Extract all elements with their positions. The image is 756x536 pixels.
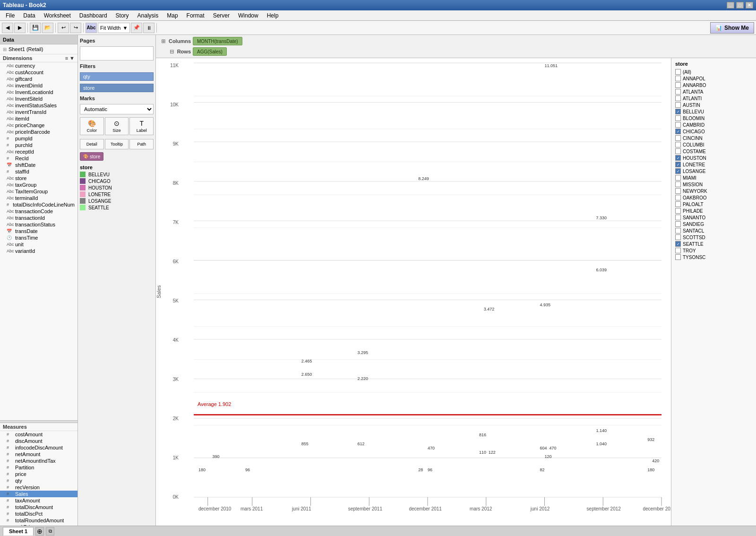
dim-receptid[interactable]: AbcreceptId: [0, 148, 77, 155]
maximize-btn[interactable]: □: [736, 2, 744, 9]
legend-item-atlanta[interactable]: ATLANTA: [675, 88, 752, 95]
dim-variantid[interactable]: AbcvariantId: [0, 248, 77, 254]
check-costame[interactable]: [675, 148, 681, 154]
dim-staffid[interactable]: #staffId: [0, 168, 77, 175]
pause-btn[interactable]: ⏸: [143, 23, 155, 33]
check-atlanti[interactable]: [675, 95, 681, 101]
legend-item-all[interactable]: (All): [675, 69, 752, 75]
check-annarbo[interactable]: [675, 82, 681, 88]
check-bellevu[interactable]: ✓: [675, 109, 681, 114]
check-santacl[interactable]: [675, 228, 681, 233]
check-bloomin[interactable]: [675, 115, 681, 121]
dim-inventdimid[interactable]: AbcinventDimId: [0, 82, 77, 89]
forward-btn[interactable]: ▶: [14, 23, 26, 33]
legend-item-seattle[interactable]: ✓ SEATTLE: [675, 241, 752, 247]
measure-price[interactable]: #price: [0, 471, 77, 477]
legend-item-costame[interactable]: COSTAME: [675, 148, 752, 155]
pin-btn[interactable]: 📌: [131, 23, 142, 33]
close-btn[interactable]: ✕: [746, 2, 753, 9]
check-seattle[interactable]: ✓: [675, 241, 681, 247]
check-houston[interactable]: ✓: [675, 155, 681, 161]
measure-discamount[interactable]: #discAmount: [0, 438, 77, 444]
menu-window[interactable]: Window: [234, 11, 262, 20]
dim-currency[interactable]: Abccurrency: [0, 62, 77, 69]
window-controls[interactable]: _ □ ✕: [727, 2, 753, 9]
check-lonetre[interactable]: ✓: [675, 162, 681, 167]
legend-item-lonetre[interactable]: ✓ LONETRE: [675, 161, 752, 168]
measure-partition[interactable]: #Partition: [0, 464, 77, 471]
menu-dashboard[interactable]: Dashboard: [76, 11, 111, 20]
sheet-selector[interactable]: ⊞ Sheet1 (Retail): [0, 44, 77, 54]
legend-item-chicago[interactable]: ✓ CHICAGO: [675, 128, 752, 135]
measure-taxamount[interactable]: #taxAmount: [0, 497, 77, 504]
measure-infocodediscamount[interactable]: #infocodeDiscAmount: [0, 444, 77, 451]
check-sananto[interactable]: [675, 215, 681, 220]
menu-map[interactable]: Map: [163, 11, 181, 20]
dim-inventsiteid[interactable]: AbcInventSiteId: [0, 95, 77, 102]
legend-item-philade[interactable]: PHILADE: [675, 207, 752, 214]
check-cincinn[interactable]: [675, 135, 681, 141]
legend-item-annapol[interactable]: ANNAPOL: [675, 75, 752, 82]
save-btn[interactable]: 💾: [30, 23, 41, 33]
color-btn[interactable]: 🎨 Color: [80, 117, 104, 135]
measure-totaldiscamount[interactable]: #totalDiscAmount: [0, 504, 77, 510]
dim-transtime[interactable]: 🕐transTime: [0, 234, 77, 241]
dim-shiftdate[interactable]: 📅shiftDate: [0, 162, 77, 168]
rows-pill[interactable]: AGG(Sales): [193, 47, 227, 56]
legend-item-sananto[interactable]: SANANTO: [675, 214, 752, 221]
legend-item-cincinn[interactable]: CINCINN: [675, 135, 752, 141]
legend-item-columbi[interactable]: COLUMBI: [675, 141, 752, 148]
measure-costamount[interactable]: #costAmount: [0, 431, 77, 438]
check-philade[interactable]: [675, 208, 681, 214]
dim-transactioncode[interactable]: AbctransactionCode: [0, 208, 77, 215]
measure-netamount[interactable]: #netAmount: [0, 451, 77, 458]
check-newyork[interactable]: [675, 188, 681, 194]
detail-btn[interactable]: Detail: [80, 139, 104, 149]
measure-totalroundedamount[interactable]: #totalRoundedAmount: [0, 517, 77, 524]
check-tysonsc[interactable]: [675, 254, 681, 260]
check-troy[interactable]: [675, 248, 681, 253]
menu-help[interactable]: Help: [263, 11, 283, 20]
undo-btn[interactable]: ↩: [58, 23, 69, 33]
dim-taxgroup[interactable]: AbctaxGroup: [0, 182, 77, 188]
dim-inventstatussales[interactable]: AbcinventStatusSales: [0, 102, 77, 109]
dim-custaccount[interactable]: AbccustAccount: [0, 69, 77, 76]
pages-shelf[interactable]: [80, 46, 154, 61]
check-atlanta[interactable]: [675, 89, 681, 95]
menu-worksheet[interactable]: Worksheet: [40, 11, 75, 20]
legend-item-annarbo[interactable]: ANNARBO: [675, 82, 752, 88]
check-mission[interactable]: [675, 182, 681, 187]
legend-item-paloalt[interactable]: PALOALT: [675, 201, 752, 207]
dim-transactionstatus[interactable]: AbctransactionStatus: [0, 221, 77, 228]
dim-giftcard[interactable]: Abcgiftcard: [0, 76, 77, 82]
add-sheet-btn[interactable]: ⊕: [35, 527, 44, 536]
check-oakbroo[interactable]: [675, 195, 681, 200]
measure-recversion[interactable]: #recVersion: [0, 484, 77, 491]
legend-item-scottsd[interactable]: SCOTTSD: [675, 234, 752, 241]
menu-file[interactable]: File: [2, 11, 18, 20]
tab-sheet1[interactable]: Sheet 1: [3, 527, 34, 536]
filter-qty[interactable]: qty: [80, 72, 154, 81]
check-losange[interactable]: ✓: [675, 168, 681, 174]
dim-transdate[interactable]: 📅transDate: [0, 228, 77, 234]
dim-terminalid[interactable]: AbcterminalId: [0, 195, 77, 201]
legend-item-houston[interactable]: ✓ HOUSTON: [675, 155, 752, 161]
measure-totaldiscpct[interactable]: #totalDiscPct: [0, 510, 77, 517]
abc-btn[interactable]: Abc: [86, 23, 97, 33]
open-btn[interactable]: 📂: [42, 23, 53, 33]
legend-item-losange[interactable]: ✓ LOSANGE: [675, 168, 752, 174]
show-me-button[interactable]: 📊 Show Me: [710, 22, 754, 34]
dim-pricechange[interactable]: AbcpriceChange: [0, 122, 77, 129]
check-paloalt[interactable]: [675, 201, 681, 207]
legend-lonetre[interactable]: LONETRE: [80, 191, 154, 198]
check-miami[interactable]: [675, 175, 681, 181]
check-cambrid[interactable]: [675, 122, 681, 128]
dim-recid[interactable]: #RecId: [0, 155, 77, 162]
menu-data[interactable]: Data: [19, 11, 39, 20]
columns-pill[interactable]: MONTH(transDate): [193, 37, 242, 45]
dim-purchid[interactable]: #purchId: [0, 142, 77, 148]
measure-unitprice[interactable]: #unitPrice: [0, 524, 77, 526]
legend-item-tysonsc[interactable]: TYSONSC: [675, 254, 752, 260]
measure-netamountindtax[interactable]: #netAmountIndTax: [0, 458, 77, 464]
legend-item-oakbroo[interactable]: OAKBROO: [675, 194, 752, 201]
